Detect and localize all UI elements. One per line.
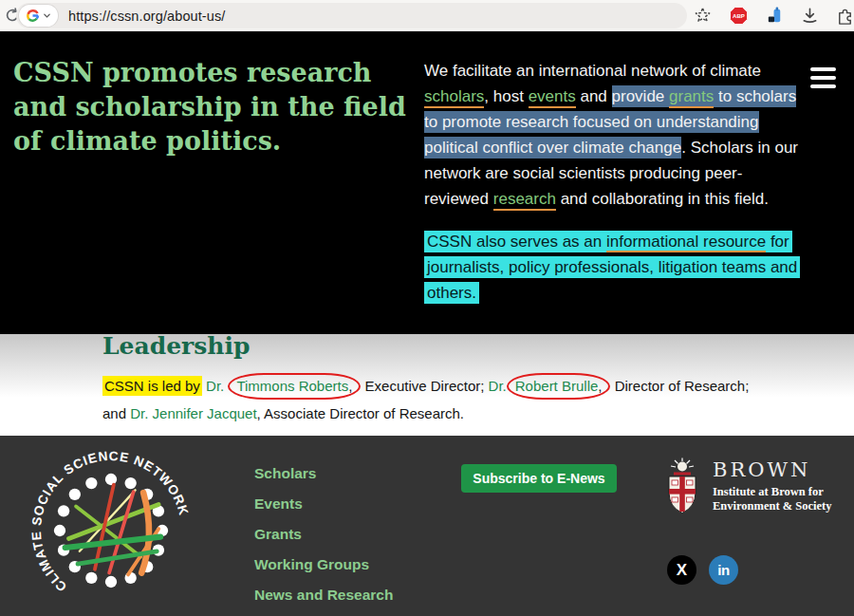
scholars-link[interactable]: scholars (424, 87, 484, 108)
hamburger-bar (810, 67, 836, 71)
hamburger-menu-icon[interactable] (810, 67, 836, 93)
linkedin-glyph: in (717, 562, 729, 578)
browser-toolbar: https://cssn.org/about-us/ ABP (0, 0, 854, 31)
brown-institute-logo: BROWN Institute at Brown for Environment… (662, 457, 831, 520)
hero-paragraph-1: We facilitate an international network o… (424, 58, 804, 212)
text-run: Director of Research; (610, 378, 749, 394)
extensions-puzzle-icon[interactable] (835, 6, 854, 26)
text-run: and (576, 87, 612, 105)
adblock-label: ABP (733, 12, 745, 19)
url-text[interactable]: https://cssn.org/about-us/ (68, 9, 225, 24)
jennifer-jacquet-link[interactable]: Dr. Jennifer Jacquet (130, 405, 256, 421)
hero-section: CSSN promotes research and scholarship i… (0, 31, 854, 334)
text-run: CSSN also serves as an (427, 233, 606, 251)
text-run: Executive Director; (361, 378, 488, 394)
chevron-down-icon (43, 11, 51, 20)
x-social-icon[interactable]: X (667, 555, 696, 585)
text-run: , (348, 378, 352, 394)
annotation-circle-timmons: Timmons Roberts, (228, 373, 361, 400)
yellow-highlight: CSSN is led by (102, 376, 202, 396)
brown-name: BROWN (713, 457, 831, 482)
linkedin-icon[interactable]: in (709, 555, 738, 585)
informational-resource-link[interactable]: informational resource (606, 233, 766, 252)
text-run: and collaborating in this field. (556, 190, 769, 208)
cyan-highlighted-text: CSSN also serves as an informational res… (424, 231, 800, 304)
marker-extension-icon[interactable] (765, 6, 785, 26)
search-engine-chip[interactable] (19, 5, 58, 27)
brown-subtitle: Institute at Brown for Environment & Soc… (713, 485, 831, 513)
adblock-icon[interactable]: ABP (729, 6, 749, 26)
hero-paragraph-2: CSSN also serves as an informational res… (424, 229, 804, 306)
leadership-section: Leadership CSSN is led by Dr. Timmons Ro… (0, 334, 854, 436)
brown-logo-text: BROWN Institute at Brown for Environment… (713, 457, 831, 513)
events-link[interactable]: events (529, 87, 576, 108)
footer-link-working-groups[interactable]: Working Groups (254, 556, 393, 573)
hero-intro-text: We facilitate an international network o… (424, 58, 804, 306)
text-run: provide (612, 87, 669, 105)
text-run: , (598, 378, 602, 394)
download-icon[interactable] (800, 6, 820, 26)
address-bar[interactable]: https://cssn.org/about-us/ (16, 3, 687, 28)
bookmark-star-icon[interactable] (693, 6, 713, 26)
footer-link-events[interactable]: Events (254, 495, 393, 513)
brown-crest-icon (662, 457, 702, 520)
leadership-heading: Leadership (102, 332, 250, 360)
footer-nav: Scholars Events Grants Working Groups Ne… (254, 465, 393, 616)
footer-link-news-research[interactable]: News and Research (254, 587, 393, 604)
annotation-circle-brulle: Robert Brulle, (507, 373, 611, 400)
cssn-logo: CLIMATE SOCIAL SCIENCE NETWORK (23, 445, 199, 616)
grants-link[interactable]: grants (669, 87, 714, 108)
hamburger-bar (810, 76, 836, 80)
footer-link-scholars[interactable]: Scholars (254, 465, 393, 482)
toolbar-extensions-area: ABP (687, 0, 854, 31)
timmons-roberts-link[interactable]: Timmons Roberts (236, 378, 348, 394)
social-links: X in (667, 555, 738, 585)
dr-prefix[interactable]: Dr. (489, 378, 507, 394)
text-run: , Associate Director of Research. (257, 405, 464, 421)
leadership-paragraph: CSSN is led by Dr. Timmons Roberts, Exec… (102, 372, 795, 427)
brown-subtitle-line2: Environment & Society (713, 499, 831, 513)
x-glyph: X (677, 561, 687, 580)
text-run: We facilitate an international network o… (424, 62, 761, 80)
robert-brulle-link[interactable]: Robert Brulle (515, 378, 599, 394)
footer-link-grants[interactable]: Grants (254, 526, 393, 543)
google-logo-icon (26, 9, 40, 23)
brown-subtitle-line1: Institute at Brown for (713, 485, 831, 499)
subscribe-enews-button[interactable]: Subscribe to E-News (461, 464, 617, 493)
logo-network-lines (65, 485, 160, 575)
text-run: , host (484, 87, 528, 105)
dr-prefix[interactable]: Dr. (206, 378, 228, 394)
research-link[interactable]: research (493, 190, 556, 211)
hamburger-bar (810, 84, 836, 88)
footer: CLIMATE SOCIAL SCIENCE NETWORK Scholars … (0, 436, 854, 616)
text-run: and (102, 405, 130, 421)
hero-heading: CSSN promotes research and scholarship i… (13, 56, 416, 159)
